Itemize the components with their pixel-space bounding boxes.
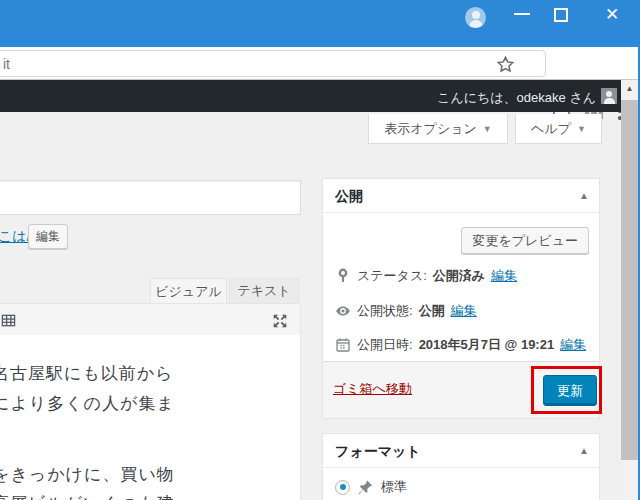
window-titlebar: ✕ bbox=[0, 0, 640, 47]
visibility-eye-icon bbox=[335, 303, 351, 319]
close-button[interactable]: ✕ bbox=[602, 5, 622, 25]
fullscreen-icon[interactable] bbox=[271, 312, 289, 330]
format-option-standard[interactable]: 標準 bbox=[335, 478, 407, 496]
visibility-label: 公開状態: bbox=[357, 302, 413, 320]
profile-head-shape bbox=[472, 11, 480, 19]
post-status-pin-icon bbox=[335, 268, 351, 284]
vertical-scrollbar[interactable]: ▲ bbox=[621, 80, 638, 500]
format-panel-title: フォーマット bbox=[335, 443, 421, 461]
content-line: により多くの人が集ま bbox=[0, 392, 175, 415]
content-line: 名古屋駅にも以前から bbox=[0, 362, 174, 385]
collapse-arrow-icon[interactable]: ▲ bbox=[579, 190, 589, 201]
scrollbar-up-arrow[interactable]: ▲ bbox=[621, 80, 638, 97]
collapse-arrow-icon[interactable]: ▲ bbox=[579, 445, 589, 456]
publish-panel-header[interactable]: 公開 ▲ bbox=[323, 179, 599, 213]
visibility-row: 公開状態: 公開 編集 bbox=[335, 302, 477, 320]
radio-selected[interactable] bbox=[335, 480, 350, 495]
visibility-edit-link[interactable]: 編集 bbox=[451, 302, 477, 320]
post-title-input[interactable] bbox=[0, 180, 301, 215]
browser-profile-icon[interactable] bbox=[465, 7, 486, 28]
avatar-body-shape bbox=[604, 98, 615, 105]
status-label: ステータス: bbox=[357, 267, 427, 285]
content-line: 高層ビルがいくつも建 bbox=[0, 492, 175, 500]
permalink-edit-button[interactable]: 編集 bbox=[28, 224, 68, 249]
format-standard-label: 標準 bbox=[381, 478, 407, 496]
table-icon[interactable] bbox=[1, 313, 16, 328]
avatar-head-shape bbox=[606, 91, 612, 97]
help-button[interactable]: ヘルプ ▼ bbox=[515, 114, 602, 144]
browser-toolbar: it ••• bbox=[0, 47, 640, 80]
chevron-down-icon: ▼ bbox=[577, 124, 586, 134]
content-line: をきっかけに、買い物 bbox=[0, 463, 175, 486]
tab-visual-editor[interactable]: ビジュアル bbox=[150, 278, 227, 304]
preview-changes-button[interactable]: 変更をプレビュー bbox=[461, 227, 589, 254]
bookmark-star-icon[interactable] bbox=[494, 53, 517, 76]
howdy-greeting[interactable]: こんにちは、odekake さん bbox=[437, 89, 596, 107]
publish-date-row: 公開日時: 2018年5月7日 @ 19:21 編集 bbox=[335, 336, 586, 354]
help-label: ヘルプ bbox=[531, 120, 571, 138]
move-to-trash-link[interactable]: ゴミ箱へ移動 bbox=[333, 380, 412, 398]
editor-toolbar bbox=[0, 303, 301, 336]
browser-window: ✕ it ••• こんにちは、odekake さん 表示オプション ▼ ヘルプ bbox=[0, 0, 640, 500]
wp-admin-bar: こんにちは、odekake さん bbox=[0, 80, 621, 112]
status-edit-link[interactable]: 編集 bbox=[491, 267, 517, 285]
date-edit-link[interactable]: 編集 bbox=[560, 336, 586, 354]
scrollbar-thumb[interactable] bbox=[621, 100, 638, 460]
screen-options-label: 表示オプション bbox=[384, 120, 477, 138]
status-value: 公開済み bbox=[433, 267, 485, 285]
maximize-button[interactable] bbox=[554, 8, 568, 22]
pushpin-icon bbox=[357, 479, 374, 496]
publish-panel-title: 公開 bbox=[335, 188, 363, 206]
annotation-highlight-box bbox=[531, 366, 602, 414]
format-panel-header[interactable]: フォーマット ▲ bbox=[323, 434, 599, 468]
profile-body-shape bbox=[469, 20, 483, 28]
visibility-value: 公開 bbox=[419, 302, 445, 320]
format-panel: フォーマット ▲ 標準 bbox=[322, 433, 600, 500]
date-value: 2018年5月7日 @ 19:21 bbox=[419, 336, 555, 354]
date-label: 公開日時: bbox=[357, 336, 413, 354]
editor-content-area[interactable]: 名古屋駅にも以前から により多くの人が集ま をきっかけに、買い物 高層ビルがいく… bbox=[0, 335, 301, 500]
user-avatar[interactable] bbox=[601, 88, 617, 104]
minimize-button[interactable] bbox=[514, 13, 530, 15]
address-bar[interactable]: it bbox=[0, 50, 546, 77]
url-text[interactable]: it bbox=[3, 56, 10, 72]
chevron-down-icon: ▼ bbox=[483, 124, 492, 134]
calendar-icon bbox=[335, 337, 351, 353]
permalink-link[interactable]: こは/ bbox=[0, 228, 31, 246]
status-row: ステータス: 公開済み 編集 bbox=[335, 267, 517, 285]
tab-text-editor[interactable]: テキスト bbox=[229, 278, 299, 304]
screen-options-button[interactable]: 表示オプション ▼ bbox=[368, 114, 508, 144]
